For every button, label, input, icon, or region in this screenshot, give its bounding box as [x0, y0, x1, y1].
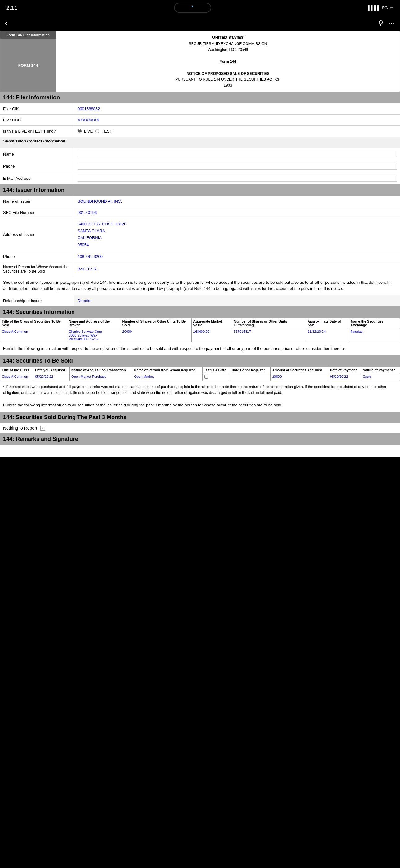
contact-section-label: Submission Contact Information: [0, 137, 69, 148]
person-name-label: Name of Person for Whose Account the Sec…: [0, 262, 74, 276]
contact-name-row: Name: [0, 148, 400, 160]
securities-info-section-header: 144: Securities Information: [0, 306, 400, 318]
battery-icon: ▭: [390, 5, 394, 10]
securities-sold-section-header: 144: Securities To Be Sold: [0, 355, 400, 367]
status-time: 2:11: [6, 5, 18, 11]
sec-table-header-col2: Name and Address of the Broker: [67, 318, 121, 329]
remarks-spacer: [0, 445, 400, 457]
sec-table-header-col3: Number of Shares or Other Units To Be So…: [121, 318, 192, 329]
sold-table-row: Class A Common 05/20/20 22 Open Market P…: [0, 373, 400, 381]
sec-table-header-col5: Number of Shares or Other Units Outstand…: [232, 318, 306, 329]
relationship-label: Relationship to Issuer: [0, 295, 74, 306]
nav-actions: ⚲ ⋯: [378, 19, 395, 27]
contact-email-input[interactable]: [77, 175, 397, 182]
address-line3: CALIFORNIA: [77, 235, 127, 241]
more-icon[interactable]: ⋯: [388, 19, 395, 27]
nav-bar: ‹ ⚲ ⋯: [0, 16, 400, 31]
sold-row-col3: Open Market Purchase: [70, 373, 132, 381]
filer-cik-label: Filer CIK: [0, 103, 74, 114]
filing-type-label: Is this a LIVE or TEST Filing?: [0, 126, 74, 136]
filer-info-section-header: 144: Filer Information: [0, 92, 400, 103]
sold-footnote: * If the securities were purchased and f…: [0, 381, 400, 399]
radio-group: LIVE TEST: [77, 129, 112, 133]
sold-row-col2: 05/20/20 22: [33, 373, 70, 381]
issuer-name-label: Name of Issuer: [0, 196, 74, 207]
sold-header-col6: Date Donor Acquired: [230, 367, 270, 373]
form-header: Form 144 Filer Information FORM 144 UNIT…: [0, 31, 400, 92]
sec-row-col5: 337014817: [232, 329, 306, 342]
agency-line1: UNITED STATES: [59, 34, 397, 41]
dynamic-island: [174, 3, 211, 13]
sec-file-row: SEC File Number 001-40193: [0, 207, 400, 218]
contact-email-value: [74, 172, 400, 184]
address-row: Address of Issuer 5400 BETSY ROSS DRIVE …: [0, 218, 400, 251]
sec-row-col6: 11/22/20 24: [306, 329, 349, 342]
address-line2: SANTA CLARA: [77, 227, 127, 235]
gift-checkbox[interactable]: [204, 375, 208, 379]
sold-header-col1: Title of the Class: [0, 367, 33, 373]
nothing-checkbox[interactable]: ✓: [40, 426, 45, 431]
relationship-row: Relationship to Issuer Director: [0, 295, 400, 306]
issuer-name-value: SOUNDHOUND AI, INC.: [74, 196, 400, 207]
person-name-value: Ball Eric R.: [74, 262, 400, 276]
remarks-section-header: 144: Remarks and Signature: [0, 433, 400, 445]
back-icon[interactable]: ‹: [5, 19, 7, 27]
sec-row-col2: Charles Schwab Corp 3000 Schwab Way West…: [67, 329, 121, 342]
notice-line3: 1933: [59, 83, 397, 89]
test-label: TEST: [102, 129, 112, 133]
notice-line1: NOTICE OF PROPOSED SALE OF SECURITIES: [59, 71, 397, 77]
form-header-right: UNITED STATES SECURITIES AND EXCHANGE CO…: [56, 31, 400, 92]
relationship-value: Director: [74, 295, 400, 306]
contact-name-value: [74, 148, 400, 160]
agency-line3: Washington, D.C. 20549: [59, 47, 397, 53]
definition-text: See the definition of "person" in paragr…: [0, 276, 400, 296]
securities-to-be-sold-table: Title of the Class Date you Acquired Nat…: [0, 367, 400, 381]
sold-row-col6: [230, 373, 270, 381]
sold-header-col4: Name of Person from Whom Acquired: [132, 367, 203, 373]
sold-row-col7: 20000: [270, 373, 328, 381]
test-radio[interactable]: [95, 129, 99, 133]
contact-name-input[interactable]: [77, 151, 397, 157]
sec-table-header-col1: Title of the Class of Securities To Be S…: [0, 318, 67, 329]
sec-row-col7: Nasdaq: [349, 329, 400, 342]
contact-email-label: E-Mail Address: [0, 172, 74, 184]
contact-name-label: Name: [0, 148, 74, 160]
contact-phone-input[interactable]: [77, 163, 397, 169]
issuer-phone-label: Phone: [0, 251, 74, 262]
sold-row-col5: [203, 373, 230, 381]
filer-ccc-value: XXXXXXXX: [74, 115, 400, 125]
address-value: 5400 BETSY ROSS DRIVE SANTA CLARA CALIFO…: [74, 218, 400, 251]
sec-table-header-col7: Name the Securities Exchange: [349, 318, 400, 329]
address-label: Address of Issuer: [0, 218, 74, 251]
sold-text-block2: Furnish the following information as to …: [0, 399, 400, 412]
issuer-info-section-header: 144: Issuer Information: [0, 184, 400, 196]
sold-header-col8: Date of Payment: [328, 367, 361, 373]
sold-header-col7: Amount of Securities Acquired: [270, 367, 328, 373]
securities-text-block: Furnish the following information with r…: [0, 342, 400, 355]
nothing-label: Nothing to Report: [3, 426, 37, 431]
status-bar: 2:11 ▌▌▌▌ 5G ▭: [0, 0, 400, 16]
contact-phone-label: Phone: [0, 160, 74, 172]
status-icons: ▌▌▌▌ 5G ▭: [368, 5, 394, 10]
agency-line2: SECURITIES AND EXCHANGE COMMISSION: [59, 41, 397, 47]
live-label: LIVE: [84, 129, 93, 133]
filer-ccc-label: Filer CCC: [0, 115, 74, 125]
form-title: Form 144: [59, 59, 397, 65]
sold-header-col5: Is this a Gift?: [203, 367, 230, 373]
filer-cik-value: 0001588852: [74, 103, 400, 114]
sec-row-col4: 168400.00: [192, 329, 232, 342]
sold-header-col3: Nature of Acquisition Transaction: [70, 367, 132, 373]
issuer-name-row: Name of Issuer SOUNDHOUND AI, INC.: [0, 196, 400, 207]
address-line4: 95054: [77, 242, 127, 248]
past-3-months-section-header: 144: Securities Sold During The Past 3 M…: [0, 412, 400, 423]
sold-header-col9: Nature of Payment *: [361, 367, 400, 373]
form-header-left: Form 144 Filer Information FORM 144: [0, 31, 56, 92]
sold-row-col9: Cash: [361, 373, 400, 381]
live-radio[interactable]: [77, 129, 81, 133]
search-icon[interactable]: ⚲: [378, 19, 383, 27]
sec-row-col3: 20000: [121, 329, 192, 342]
sold-row-col4: Open Market: [132, 373, 203, 381]
contact-phone-row: Phone: [0, 160, 400, 172]
sold-header-col2: Date you Acquired: [33, 367, 70, 373]
address-line1: 5400 BETSY ROSS DRIVE: [77, 221, 127, 227]
